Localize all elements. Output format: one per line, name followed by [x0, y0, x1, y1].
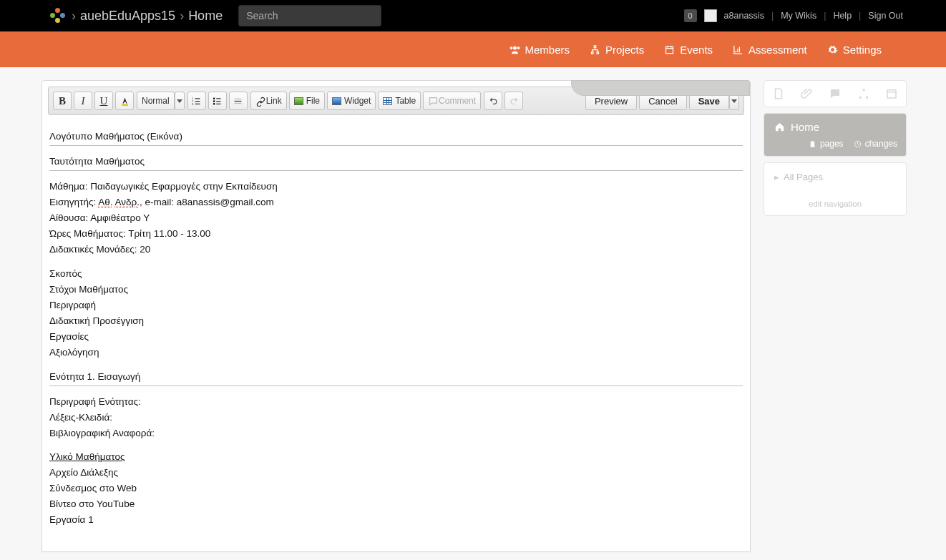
nav-projects-label: Projects: [605, 44, 644, 56]
insert-table-button[interactable]: Table: [378, 92, 421, 110]
insert-file-button[interactable]: File: [289, 92, 325, 110]
sidebar-all-pages[interactable]: All Pages: [764, 163, 906, 195]
sidebar-page-icon[interactable]: [771, 87, 786, 101]
sidebar-home-link[interactable]: Home: [774, 121, 897, 133]
clock-icon: [854, 140, 862, 148]
insert-link-label: Link: [266, 96, 282, 106]
undo-button[interactable]: [484, 92, 502, 110]
text-line[interactable]: Περιγραφή: [49, 298, 743, 313]
pages-icon: [809, 140, 816, 148]
svg-point-5: [213, 100, 215, 102]
hr-button[interactable]: [229, 92, 248, 110]
main-nav: Members Projects Events Assessment Setti…: [0, 31, 946, 67]
paragraph-style-select[interactable]: Normal: [137, 92, 185, 110]
text-color-icon: [120, 96, 130, 107]
text-line[interactable]: Σύνδεσμος στο Web: [49, 481, 743, 496]
top-right-menu: 0 a8anassis | My Wikis | Help | Sign Out: [684, 9, 903, 22]
my-wikis-link[interactable]: My Wikis: [781, 11, 816, 21]
sidebar-attachment-icon[interactable]: [800, 87, 814, 101]
nav-members-label: Members: [525, 44, 570, 56]
edit-navigation-link[interactable]: edit navigation: [764, 195, 906, 215]
nav-events[interactable]: Events: [664, 44, 713, 56]
nav-members[interactable]: Members: [509, 44, 570, 56]
text-line[interactable]: Εισηγητής: Αθ. Ανδρ., e-mail: a8anassis@…: [49, 195, 743, 210]
text-line[interactable]: Εργασία 1: [49, 513, 743, 527]
help-link[interactable]: Help: [833, 11, 852, 21]
text-line[interactable]: Σκοπός: [49, 267, 743, 281]
insert-comment-label: Comment: [439, 96, 476, 106]
notification-badge[interactable]: 0: [684, 9, 697, 22]
nav-settings-label: Settings: [843, 44, 882, 56]
text-line[interactable]: Βίντεο στο YouTube: [49, 497, 743, 511]
nav-settings[interactable]: Settings: [827, 44, 882, 56]
text-line[interactable]: Στόχοι Μαθήματος: [49, 283, 743, 297]
nav-assessment[interactable]: Assessment: [733, 44, 807, 56]
text-line[interactable]: Διδακτική Προσέγγιση: [49, 314, 743, 328]
calendar-icon: [664, 44, 675, 55]
svg-text:3: 3: [192, 102, 193, 105]
sidebar-pages-link[interactable]: pages: [809, 139, 844, 149]
undo-icon: [488, 96, 499, 107]
heading-unit1[interactable]: Ενότητα 1. Εισαγωγή: [49, 370, 743, 386]
nav-assessment-label: Assessment: [748, 44, 807, 56]
breadcrumb-page-link[interactable]: Home: [188, 9, 223, 24]
insert-comment-button[interactable]: Comment: [423, 92, 481, 110]
table-icon: [383, 97, 392, 105]
ordered-list-button[interactable]: 123: [187, 92, 206, 110]
text-line[interactable]: Αίθουσα: Αμφιθέατρο Υ: [49, 211, 743, 225]
italic-button[interactable]: I: [74, 92, 92, 110]
search-input[interactable]: [238, 5, 381, 26]
redo-icon: [509, 96, 520, 107]
text-color-button[interactable]: [115, 92, 134, 110]
bold-button[interactable]: B: [53, 92, 72, 110]
insert-table-label: Table: [395, 96, 416, 106]
sign-out-link[interactable]: Sign Out: [868, 11, 903, 21]
text-line[interactable]: Διδακτικές Μονάδες: 20: [49, 242, 743, 257]
insert-link-button[interactable]: Link: [250, 92, 287, 110]
sidebar-sitemap-icon[interactable]: [857, 87, 871, 101]
unordered-list-icon: [212, 96, 223, 107]
sidebar-icon-strip: [764, 80, 907, 107]
svg-rect-0: [122, 104, 128, 105]
breadcrumb-sep: ›: [72, 9, 76, 24]
chevron-down-icon[interactable]: [175, 92, 185, 110]
text-line[interactable]: Περιγραφή Ενότητας:: [49, 395, 743, 409]
avatar[interactable]: [704, 9, 717, 22]
insert-widget-button[interactable]: Widget: [327, 92, 376, 110]
heading-logo[interactable]: Λογότυπο Μαθήματος (Εικόνα): [49, 129, 743, 146]
editor-content-area[interactable]: Λογότυπο Μαθήματος (Εικόνα) Ταυτότητα Μα…: [42, 121, 750, 551]
insert-widget-label: Widget: [344, 96, 371, 106]
editor-panel: B I U Normal 123: [42, 80, 751, 552]
text-line[interactable]: Ώρες Μαθήματος: Τρίτη 11.00 - 13.00: [49, 227, 743, 241]
insert-file-label: File: [306, 96, 320, 106]
sidebar-changes-link[interactable]: changes: [854, 139, 897, 149]
sidebar-comment-icon[interactable]: [828, 87, 842, 101]
text-line[interactable]: Λέξεις-Κλειδιά:: [49, 411, 743, 425]
text-line[interactable]: Αξιολόγηση: [49, 345, 743, 360]
username-link[interactable]: a8anassis: [724, 11, 764, 21]
link-icon: [255, 96, 266, 107]
sidebar-home-label: Home: [791, 121, 819, 133]
text-line[interactable]: Υλικό Μαθήματος: [49, 450, 743, 464]
members-icon: [509, 44, 520, 55]
nav-events-label: Events: [680, 44, 713, 56]
top-bar: › auebEduApps15 › Home 0 a8anassis | My …: [0, 0, 946, 31]
svg-point-4: [213, 97, 215, 99]
comment-icon: [428, 96, 439, 107]
horizontal-rule-icon: [233, 96, 243, 107]
caret-right-icon: [774, 172, 779, 182]
text-line[interactable]: Αρχείο Διάλεξης: [49, 466, 743, 480]
underline-button[interactable]: U: [94, 92, 113, 110]
breadcrumb-sep: ›: [180, 9, 184, 24]
heading-identity[interactable]: Ταυτότητα Μαθήματος: [49, 154, 743, 171]
unordered-list-button[interactable]: [208, 92, 227, 110]
breadcrumb-wiki-link[interactable]: auebEduApps15: [80, 9, 175, 24]
text-line[interactable]: Μάθημα: Παιδαγωγικές Εφαρμογές στην Εκπα…: [49, 180, 743, 194]
sidebar-calendar-icon[interactable]: [884, 87, 899, 101]
sidebar-home-box: Home pages changes: [764, 114, 906, 156]
nav-projects[interactable]: Projects: [590, 44, 644, 56]
text-line[interactable]: Εργασίες: [49, 330, 743, 344]
redo-button[interactable]: [504, 92, 523, 110]
text-line[interactable]: Βιβλιογραφική Αναφορά:: [49, 426, 743, 441]
paragraph-style-label: Normal: [142, 96, 170, 106]
